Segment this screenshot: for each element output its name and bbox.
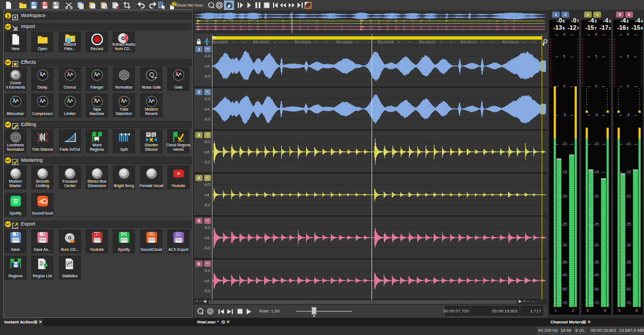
svg-text:ACX: ACX [176,233,182,236]
svg-text:Q: Q [152,133,155,137]
svg-text:F: F [147,133,150,136]
